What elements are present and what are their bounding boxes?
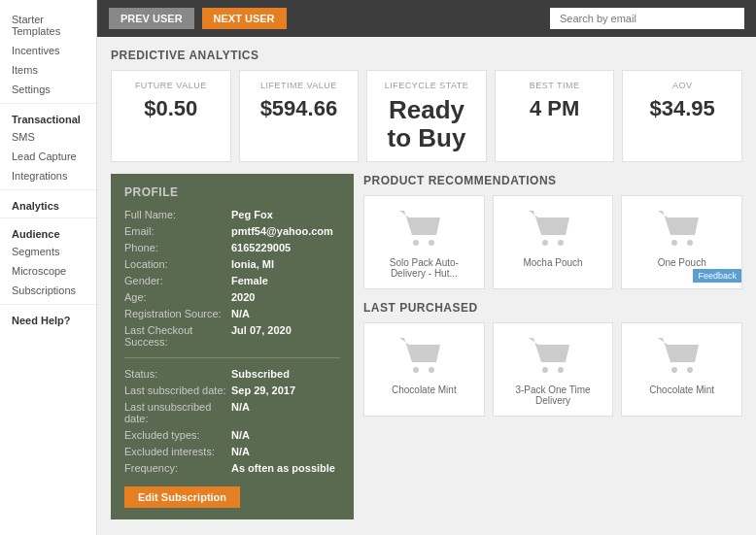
profile-val-frequency: As often as possible xyxy=(231,462,335,474)
last-purchased-name-1: 3-Pack One Time Delivery xyxy=(503,385,603,406)
profile-row-reg-source: Registration Source: N/A xyxy=(124,308,340,319)
svg-point-9 xyxy=(558,367,564,373)
recommendations-grid: Solo Pack Auto-Delivery - Hut... Mocha P… xyxy=(363,195,742,289)
profile-row-name: Full Name: Peg Fox xyxy=(124,209,340,220)
profile-val-email: pmtf54@yahoo.com xyxy=(231,225,333,237)
sidebar-group-analytics[interactable]: Analytics xyxy=(0,194,96,214)
sidebar-item-segments[interactable]: Segments xyxy=(0,242,96,261)
svg-point-11 xyxy=(687,367,693,373)
lifetime-value-value: $594.66 xyxy=(250,96,349,121)
svg-point-7 xyxy=(429,367,434,373)
profile-row-checkout: Last Checkout Success: Jul 07, 2020 xyxy=(124,324,340,348)
profile-key-status: Status: xyxy=(124,368,231,380)
svg-point-3 xyxy=(558,240,564,246)
product-name-2: One Pouch xyxy=(632,257,732,268)
product-card-0: Solo Pack Auto-Delivery - Hut... xyxy=(363,195,485,289)
profile-val-excl-interests: N/A xyxy=(231,446,250,457)
best-time-label: BEST TIME xyxy=(505,81,604,90)
profile-row-sub-date: Last subscribed date: Sep 29, 2017 xyxy=(124,385,340,396)
divider-2 xyxy=(0,189,96,190)
profile-key-age: Age: xyxy=(124,291,231,303)
aov-label: AOV xyxy=(633,81,732,90)
profile-key-phone: Phone: xyxy=(124,242,231,253)
profile-panel: PROFILE Full Name: Peg Fox Email: pmtf54… xyxy=(111,174,354,519)
svg-point-5 xyxy=(687,240,693,246)
analytics-card-aov: AOV $34.95 xyxy=(622,70,742,162)
profile-key-excl-types: Excluded types: xyxy=(124,429,231,441)
profile-title: PROFILE xyxy=(124,185,340,199)
profile-val-name: Peg Fox xyxy=(231,209,273,220)
profile-key-checkout: Last Checkout Success: xyxy=(124,324,231,348)
sidebar-item-settings[interactable]: Settings xyxy=(0,80,96,99)
profile-val-checkout: Jul 07, 2020 xyxy=(231,324,292,348)
sidebar-item-incentives[interactable]: Incentives xyxy=(0,41,96,60)
future-value-value: $0.50 xyxy=(121,96,221,121)
product-card-1: Mocha Pouch xyxy=(493,195,614,289)
profile-val-reg-source: N/A xyxy=(231,308,250,319)
product-card-2: One Pouch Feedback xyxy=(621,195,742,289)
analytics-card-best-time: BEST TIME 4 PM xyxy=(495,70,615,162)
analytics-card-lifecycle-state: LIFECYCLE STATE Ready to Buy xyxy=(366,70,487,162)
sidebar-item-starter-templates[interactable]: Starter Templates xyxy=(0,10,96,41)
analytics-card-lifetime-value: LIFETIME VALUE $594.66 xyxy=(239,70,360,162)
last-purchased-card-0: Chocolate Mint xyxy=(363,322,485,417)
edit-subscription-button[interactable]: Edit Subscription xyxy=(124,486,240,508)
sidebar-item-microscope[interactable]: Microscope xyxy=(0,261,96,281)
next-user-button[interactable]: NEXT USER xyxy=(202,8,287,29)
analytics-card-future-value: FUTURE VALUE $0.50 xyxy=(111,70,231,162)
prev-user-button[interactable]: PREV USER xyxy=(109,8,194,29)
profile-divider xyxy=(124,357,340,358)
sidebar-item-sms[interactable]: SMS xyxy=(0,127,96,147)
lifecycle-state-label: LIFECYCLE STATE xyxy=(377,81,476,90)
last-purchased-name-2: Chocolate Mint xyxy=(632,385,732,395)
profile-row-email: Email: pmtf54@yahoo.com xyxy=(124,225,340,237)
profile-row-excl-interests: Excluded interests: N/A xyxy=(124,446,340,457)
aov-value: $34.95 xyxy=(633,96,732,121)
profile-key-email: Email: xyxy=(124,225,231,237)
recommendations-title: PRODUCT RECOMMENDATIONS xyxy=(363,174,742,187)
profile-row-excl-types: Excluded types: N/A xyxy=(124,429,340,441)
profile-val-gender: Female xyxy=(231,275,268,286)
analytics-cards: FUTURE VALUE $0.50 LIFETIME VALUE $594.6… xyxy=(111,70,742,162)
sidebar-group-audience[interactable]: Audience xyxy=(0,222,96,242)
profile-key-gender: Gender: xyxy=(124,275,231,286)
bottom-row: PROFILE Full Name: Peg Fox Email: pmtf54… xyxy=(111,174,742,519)
main-content: PREV USER NEXT USER PREDICTIVE ANALYTICS… xyxy=(97,0,756,535)
last-purchased-card-2: Chocolate Mint xyxy=(621,322,742,417)
profile-row-phone: Phone: 6165229005 xyxy=(124,242,340,253)
profile-val-sub-date: Sep 29, 2017 xyxy=(231,385,295,396)
profile-val-status: Subscribed xyxy=(231,368,290,380)
profile-row-gender: Gender: Female xyxy=(124,275,340,286)
svg-point-1 xyxy=(429,240,434,246)
sidebar-item-lead-capture[interactable]: Lead Capture xyxy=(0,147,96,166)
product-name-0: Solo Pack Auto-Delivery - Hut... xyxy=(374,257,474,279)
profile-key-excl-interests: Excluded interests: xyxy=(124,446,231,457)
sidebar-group-transactional[interactable]: Transactional xyxy=(0,108,96,127)
divider-4 xyxy=(0,304,96,305)
product-name-1: Mocha Pouch xyxy=(503,257,603,268)
sidebar-item-items[interactable]: Items xyxy=(0,60,96,80)
future-value-label: FUTURE VALUE xyxy=(121,81,221,90)
profile-row-frequency: Frequency: As often as possible xyxy=(124,462,340,474)
cart-icon-0 xyxy=(395,206,453,254)
last-purchased-name-0: Chocolate Mint xyxy=(374,385,474,395)
svg-point-8 xyxy=(542,367,548,373)
search-input[interactable] xyxy=(550,8,744,29)
profile-key-name: Full Name: xyxy=(124,209,231,220)
profile-val-excl-types: N/A xyxy=(231,429,250,441)
svg-point-10 xyxy=(671,367,677,373)
sidebar-need-help[interactable]: Need Help? xyxy=(0,309,96,332)
profile-key-unsub-date: Last unsubscribed date: xyxy=(124,401,231,424)
cart-icon-2 xyxy=(653,206,711,254)
profile-key-reg-source: Registration Source: xyxy=(124,308,231,319)
sidebar-item-integrations[interactable]: Integrations xyxy=(0,166,96,185)
sidebar-item-subscriptions[interactable]: Subscriptions xyxy=(0,281,96,300)
svg-point-6 xyxy=(413,367,419,373)
cart-icon-lp-1 xyxy=(524,333,582,382)
recommendations-panel: PRODUCT RECOMMENDATIONS Solo Pack Auto-D… xyxy=(363,174,742,519)
cart-icon-lp-0 xyxy=(395,333,453,382)
profile-row-age: Age: 2020 xyxy=(124,291,340,303)
content-area: PREDICTIVE ANALYTICS FUTURE VALUE $0.50 … xyxy=(97,37,756,535)
topbar: PREV USER NEXT USER xyxy=(97,0,756,37)
svg-point-4 xyxy=(671,240,677,246)
